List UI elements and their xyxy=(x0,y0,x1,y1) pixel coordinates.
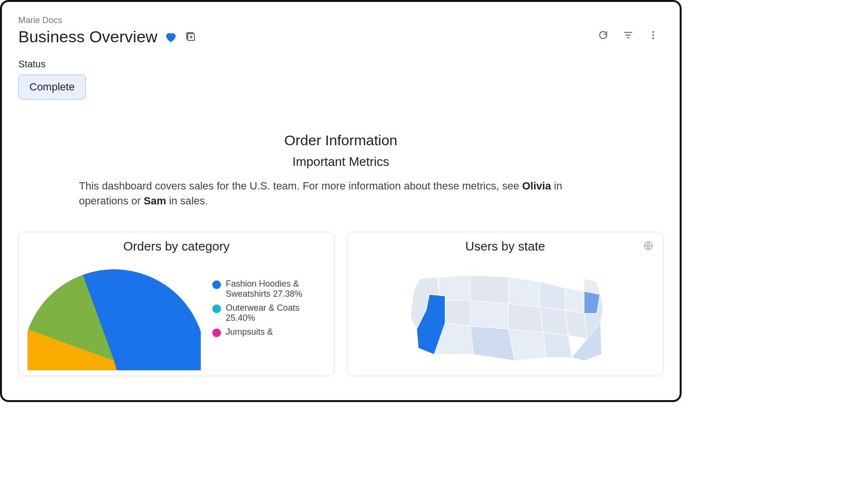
more-vert-icon[interactable] xyxy=(648,30,658,40)
svg-point-2 xyxy=(652,34,654,36)
intro-heading: Order Information xyxy=(79,132,603,149)
svg-marker-17 xyxy=(540,307,568,335)
legend-item: Outerwear & Coats 25.40% xyxy=(212,303,318,323)
legend-item: Fashion Hoodies & Sweatshirts 27.38% xyxy=(212,279,318,299)
favorite-heart-icon[interactable] xyxy=(164,30,178,44)
filters: Status Complete xyxy=(2,46,680,100)
pie-chart xyxy=(27,265,201,370)
svg-marker-16 xyxy=(540,282,566,310)
svg-marker-10 xyxy=(470,275,508,303)
svg-marker-12 xyxy=(470,326,515,360)
globe-icon[interactable] xyxy=(642,239,655,252)
add-to-board-icon[interactable] xyxy=(184,30,198,44)
status-filter-label: Status xyxy=(18,59,663,70)
legend-item: Jumpsuits & xyxy=(212,327,318,337)
dashboard-frame: Marie Docs Business Overview xyxy=(0,0,682,402)
svg-marker-13 xyxy=(508,277,540,307)
intro-section: Order Information Important Metrics This… xyxy=(2,100,680,209)
header: Marie Docs Business Overview xyxy=(2,2,680,46)
card-users-by-state[interactable]: Users by state xyxy=(347,232,663,376)
cards-row: Orders by category Fashion Hoodies & Swe… xyxy=(2,209,680,376)
intro-body-suffix: in sales. xyxy=(166,195,208,207)
intro-subheading: Important Metrics xyxy=(79,154,603,169)
refresh-icon[interactable] xyxy=(598,30,608,40)
card-orders-by-category[interactable]: Orders by category Fashion Hoodies & Swe… xyxy=(18,232,335,376)
legend-swatch xyxy=(212,328,221,337)
card-title-users: Users by state xyxy=(356,239,654,254)
header-actions xyxy=(598,30,658,40)
legend-label: Jumpsuits & xyxy=(226,327,273,337)
svg-marker-19 xyxy=(565,288,584,314)
title-row: Business Overview xyxy=(18,27,198,46)
filter-icon[interactable] xyxy=(623,30,633,40)
svg-marker-11 xyxy=(470,301,508,329)
svg-marker-14 xyxy=(508,303,543,332)
intro-contact-sam: Sam xyxy=(144,195,166,207)
page-title: Business Overview xyxy=(18,27,157,46)
svg-marker-15 xyxy=(508,329,546,361)
status-filter-chip[interactable]: Complete xyxy=(18,75,86,100)
intro-body: This dashboard covers sales for the U.S.… xyxy=(79,179,603,209)
svg-marker-8 xyxy=(445,301,471,326)
legend-swatch xyxy=(212,280,221,289)
legend-label: Outerwear & Coats 25.40% xyxy=(226,303,318,323)
svg-marker-18 xyxy=(543,332,571,358)
intro-contact-olivia: Olivia xyxy=(522,180,551,192)
pie-chart-wrap: Fashion Hoodies & Sweatshirts 27.38%Oute… xyxy=(27,260,325,370)
svg-point-1 xyxy=(652,31,654,33)
header-left: Marie Docs Business Overview xyxy=(18,15,198,46)
card-title-orders: Orders by category xyxy=(27,239,325,254)
intro-body-prefix: This dashboard covers sales for the U.S.… xyxy=(79,180,522,192)
svg-marker-20 xyxy=(565,310,587,339)
us-choropleth-map xyxy=(356,260,654,361)
breadcrumb[interactable]: Marie Docs xyxy=(18,15,198,25)
svg-point-3 xyxy=(652,38,654,39)
legend-label: Fashion Hoodies & Sweatshirts 27.38% xyxy=(226,279,318,299)
pie-legend: Fashion Hoodies & Sweatshirts 27.38%Oute… xyxy=(212,265,318,337)
legend-swatch xyxy=(212,304,221,313)
